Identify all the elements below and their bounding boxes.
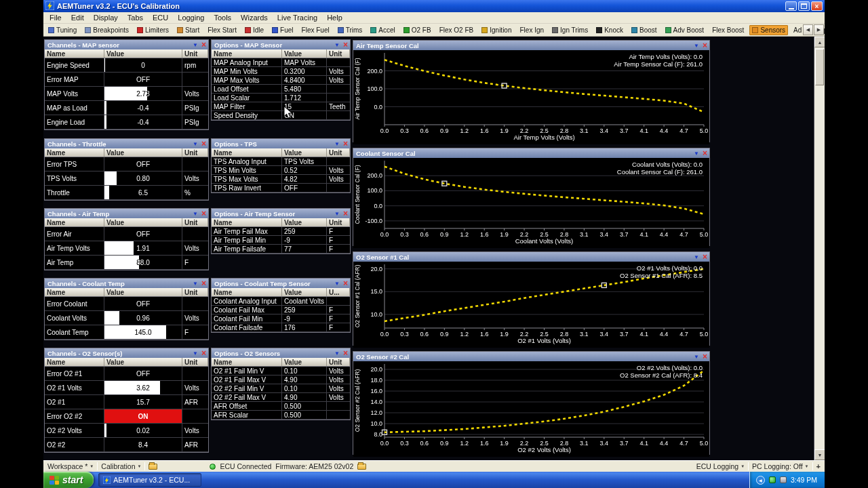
chart-body[interactable]: 200.0100.00.0-100.00.00.30.60.91.21.61.9… [353, 158, 709, 248]
scroll-up-icon[interactable]: ▲ [814, 37, 825, 47]
start-button[interactable]: start [43, 472, 94, 488]
chart-body[interactable]: 200.0100.00.00.00.30.60.91.21.61.92.22.5… [353, 50, 709, 144]
row-value-cell[interactable]: 0.500 [282, 402, 327, 410]
close-icon[interactable]: × [703, 253, 707, 260]
row-value-cell[interactable]: OFF [282, 184, 327, 192]
toolbar-boost-button[interactable]: Boost [629, 25, 660, 35]
toolbar-flex-start-button[interactable]: Flex Start [205, 25, 239, 35]
row-value-cell[interactable]: 4.90 [282, 393, 327, 401]
menu-file[interactable]: File [45, 13, 66, 22]
close-icon[interactable]: × [703, 42, 707, 49]
toolbar-flex-boost-button[interactable]: Flex Boost [709, 25, 747, 35]
close-icon[interactable]: × [201, 140, 206, 147]
close-icon[interactable]: × [201, 41, 206, 48]
row-value-cell[interactable]: 0.52 [282, 166, 327, 174]
vertical-scrollbar[interactable]: ▲ ▼ [814, 37, 825, 460]
chart-canvas[interactable]: 200.0100.00.0-100.00.00.30.60.91.21.61.9… [353, 158, 709, 245]
close-icon[interactable]: × [201, 280, 206, 287]
close-icon[interactable]: × [343, 41, 348, 48]
menu-edit[interactable]: Edit [66, 13, 89, 22]
menu-live-tracing[interactable]: Live Tracing [273, 13, 322, 22]
row-value-cell[interactable]: 1.712 [282, 94, 327, 102]
row-value-cell[interactable]: TPS Volts [282, 157, 327, 165]
close-icon[interactable]: × [343, 210, 348, 217]
row-value-cell[interactable]: 259 [282, 306, 327, 314]
collapse-icon[interactable]: ▼ [694, 254, 699, 260]
row-value-cell[interactable]: 0.10 [282, 367, 327, 375]
chart-body[interactable]: 20.015.010.00.00.30.60.91.21.61.92.22.52… [353, 262, 709, 348]
close-icon[interactable]: × [703, 150, 707, 157]
close-icon[interactable]: × [343, 350, 348, 357]
maximize-button[interactable] [798, 1, 810, 11]
collapse-icon[interactable]: ▼ [193, 211, 198, 217]
toolbar-limiters-button[interactable]: Limiters [134, 25, 172, 35]
collapse-icon[interactable]: ▼ [334, 350, 340, 357]
calibration-selector[interactable]: Calibration ▼ [101, 462, 141, 470]
toolbar-scroll-right-icon[interactable]: ▶ [814, 24, 824, 35]
row-value-cell[interactable]: 259 [282, 227, 327, 235]
folder-icon[interactable] [357, 464, 366, 470]
close-button[interactable]: × [811, 1, 823, 11]
scrollbar-thumb[interactable] [815, 49, 824, 85]
menu-ecu[interactable]: ECU [148, 13, 173, 22]
row-value-cell[interactable]: 0.500 [282, 411, 327, 419]
tray-app-icon[interactable] [769, 476, 776, 483]
menu-tabs[interactable]: Tabs [123, 13, 148, 22]
toolbar-start-button[interactable]: Start [174, 25, 202, 35]
chart-canvas[interactable]: 20.015.010.00.00.30.60.91.21.61.92.22.52… [353, 262, 709, 345]
collapse-icon[interactable]: ▼ [334, 141, 340, 147]
close-icon[interactable]: × [343, 280, 348, 287]
row-value-cell[interactable]: 4.82 [282, 175, 327, 183]
collapse-icon[interactable]: ▼ [334, 42, 340, 48]
menu-help[interactable]: Help [322, 13, 347, 22]
toolbar-ign-trims-button[interactable]: Ign Trims [549, 25, 591, 35]
close-icon[interactable]: × [703, 353, 707, 360]
collapse-icon[interactable]: ▼ [334, 281, 340, 287]
toolbar-knock-button[interactable]: Knock [593, 25, 626, 35]
chart-canvas[interactable]: 20.018.016.014.012.010.08.00.00.30.60.91… [353, 361, 709, 454]
collapse-icon[interactable]: ▼ [193, 350, 198, 357]
toolbar-trims-button[interactable]: Trims [335, 25, 366, 35]
collapse-icon[interactable]: ▼ [334, 211, 340, 217]
close-icon[interactable]: × [201, 350, 206, 357]
row-value-cell[interactable]: 4.90 [282, 375, 327, 384]
menu-logging[interactable]: Logging [173, 13, 209, 22]
toolbar-flex-ign-button[interactable]: Flex Ign [517, 25, 547, 35]
move-crosshair-icon[interactable]: + [816, 462, 821, 470]
row-value-cell[interactable]: 176 [282, 323, 327, 331]
toolbar-fuel-button[interactable]: Fuel [269, 25, 296, 35]
menu-tools[interactable]: Tools [209, 13, 236, 22]
menu-display[interactable]: Display [89, 13, 123, 22]
row-value-cell[interactable]: 0.3200 [282, 67, 327, 75]
toolbar-flex-fuel-button[interactable]: Flex Fuel [299, 25, 332, 35]
workspace-selector[interactable]: Workspace * ▼ [47, 462, 94, 470]
ecu-logging-selector[interactable]: ECU Logging ▼ [696, 462, 745, 470]
collapse-icon[interactable]: ▼ [694, 354, 699, 360]
menu-wizards[interactable]: Wizards [236, 13, 273, 22]
toolbar-flex-o2-fb-button[interactable]: Flex O2 FB [437, 25, 477, 35]
row-value-cell[interactable]: 15 [282, 102, 327, 110]
toolbar-o2-fb-button[interactable]: O2 FB [401, 25, 434, 35]
toolbar-ignition-button[interactable]: Ignition [479, 25, 514, 35]
row-value-cell[interactable]: -9 [282, 314, 327, 323]
row-value-cell[interactable]: Coolant Volts [282, 297, 327, 305]
collapse-icon[interactable]: ▼ [694, 150, 699, 157]
chart-canvas[interactable]: 200.0100.00.00.00.30.60.91.21.61.92.22.5… [353, 50, 709, 142]
minimize-button[interactable] [785, 1, 797, 11]
row-value-cell[interactable]: 77 [282, 245, 327, 253]
tray-network-icon[interactable] [780, 476, 787, 483]
collapse-icon[interactable]: ▼ [193, 281, 198, 287]
pc-logging-selector[interactable]: PC Logging: Off ▼ [752, 462, 808, 470]
close-icon[interactable]: × [201, 210, 206, 217]
toolbar-accel-button[interactable]: Accel [368, 25, 397, 35]
toolbar-idle-button[interactable]: Idle [242, 25, 267, 35]
toolbar-breakpoints-button[interactable]: Breakpoints [82, 25, 132, 35]
row-value-cell[interactable]: 4.8400 [282, 76, 327, 84]
folder-icon[interactable] [149, 464, 157, 470]
toolbar-scroll-left-icon[interactable]: ◀ [803, 24, 813, 35]
scroll-down-icon[interactable]: ▼ [814, 449, 825, 460]
toolbar-sensors-button[interactable]: Sensors [749, 25, 788, 35]
row-value-cell[interactable]: 0.10 [282, 384, 327, 392]
toolbar-tuning-button[interactable]: Tuning [45, 25, 79, 35]
row-value-cell[interactable]: MAP Volts [282, 58, 327, 66]
